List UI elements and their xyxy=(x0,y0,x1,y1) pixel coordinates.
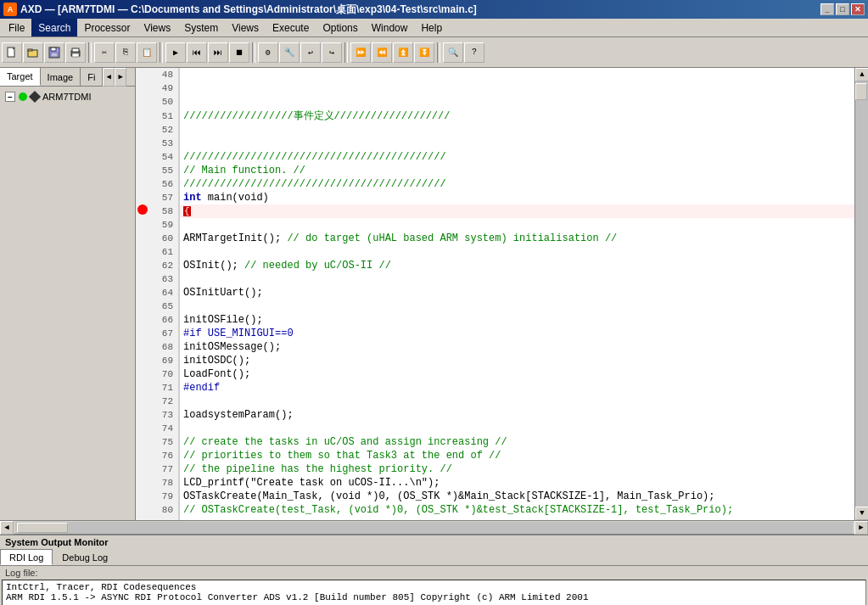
tb-btn-10[interactable]: ↪ xyxy=(322,42,342,63)
current-line-indicator: { xyxy=(183,206,191,216)
separator-2 xyxy=(160,42,163,63)
line-number: 50 xyxy=(149,95,179,109)
tb-save[interactable] xyxy=(44,42,64,63)
separator-5 xyxy=(437,42,440,63)
svg-rect-5 xyxy=(51,53,58,57)
table-row: 55 // Main function. // xyxy=(136,164,854,177)
line-number: 54 xyxy=(149,150,179,164)
menu-execute[interactable]: Execute xyxy=(266,19,316,36)
menu-file[interactable]: File xyxy=(2,19,31,36)
scroll-thumb[interactable] xyxy=(855,83,867,100)
table-row: 71 #endif xyxy=(136,381,854,395)
tb-btn-7[interactable]: ⚙ xyxy=(258,42,278,63)
tb-open[interactable] xyxy=(23,42,43,63)
code-line xyxy=(179,81,854,95)
tb-btn-8[interactable]: 🔧 xyxy=(279,42,300,63)
menu-bar: File Search Processor Views System Views… xyxy=(0,19,868,37)
code-line: initOSFile(); xyxy=(179,313,854,327)
line-number: 80 xyxy=(149,503,179,517)
tb-btn-12[interactable]: ⏪ xyxy=(372,42,392,63)
tab-image[interactable]: Image xyxy=(41,68,81,86)
tb-help[interactable]: ? xyxy=(464,42,484,63)
menu-views2[interactable]: Views xyxy=(225,19,266,36)
code-line: // priorities to them so that Task3 at t… xyxy=(179,449,854,462)
tab-rdi-log[interactable]: RDI Log xyxy=(0,549,53,565)
scroll-down-arrow[interactable]: ▼ xyxy=(855,507,868,520)
line-number: 48 xyxy=(149,68,179,81)
tb-btn-5[interactable]: ⏭ xyxy=(208,42,228,63)
code-line: // create the tasks in uC/OS and assign … xyxy=(179,435,854,449)
code-line: int main(void) xyxy=(179,191,854,204)
code-line: OSInit(); // needed by uC/OS-II // xyxy=(179,259,854,272)
code-line: initOSDC(); xyxy=(179,354,854,367)
hscroll-track[interactable] xyxy=(15,522,853,534)
scroll-right-arrow[interactable]: ▶ xyxy=(854,521,868,535)
scroll-track[interactable] xyxy=(855,81,868,507)
code-area: 48495051 //////////////////事件定义/////////… xyxy=(136,68,868,520)
line-number: 77 xyxy=(149,462,179,476)
tb-btn-3[interactable]: ▶ xyxy=(165,42,186,63)
vertical-scrollbar: ▲ ▼ xyxy=(854,68,868,520)
tb-btn-11[interactable]: ⏩ xyxy=(350,42,371,63)
tb-btn-6[interactable]: ⏹ xyxy=(229,42,249,63)
code-scroll[interactable]: 48495051 //////////////////事件定义/////////… xyxy=(136,68,854,520)
table-row: 61 xyxy=(136,245,854,259)
tree-node-arm7tdmi[interactable]: − ARM7TDMI xyxy=(3,90,132,104)
tb-btn-15[interactable]: 🔍 xyxy=(443,42,463,63)
horizontal-scrollbar: ◀ ▶ xyxy=(0,520,868,534)
close-button[interactable]: ✕ xyxy=(851,3,865,15)
table-row: 77 // the pipeline has the highest prior… xyxy=(136,462,854,476)
scroll-up-arrow[interactable]: ▲ xyxy=(855,68,868,81)
line-number: 59 xyxy=(149,218,179,232)
nav-left-arrow[interactable]: ◀ xyxy=(103,68,115,87)
line-marker xyxy=(136,503,149,517)
tb-copy[interactable]: ⎘ xyxy=(115,42,136,63)
menu-help[interactable]: Help xyxy=(414,19,449,36)
maximize-button[interactable]: □ xyxy=(836,3,849,15)
table-row: 53 xyxy=(136,137,854,150)
bottom-panel-title: System Output Monitor xyxy=(0,535,868,549)
line-number: 62 xyxy=(149,259,179,272)
tab-debug-log[interactable]: Debug Log xyxy=(53,549,117,565)
table-row: 58{ xyxy=(136,204,854,218)
window-title: AXD — [ARM7TDMI — C:\Documents and Setti… xyxy=(20,3,477,17)
tb-btn-14[interactable]: ⏬ xyxy=(414,42,434,63)
tb-print[interactable] xyxy=(65,42,86,63)
tb-paste[interactable]: 📋 xyxy=(137,42,157,63)
bottom-panel: System Output Monitor RDI Log Debug Log … xyxy=(0,534,868,605)
line-number: 66 xyxy=(149,313,179,327)
menu-processor[interactable]: Processor xyxy=(77,19,137,36)
menu-options[interactable]: Options xyxy=(316,19,364,36)
table-row: 76 // priorities to them so that Task3 a… xyxy=(136,449,854,462)
line-marker xyxy=(136,395,149,408)
code-line: { xyxy=(179,204,854,218)
tab-target[interactable]: Target xyxy=(0,68,41,86)
tree-expand-icon[interactable]: − xyxy=(5,92,15,102)
tb-cut[interactable]: ✂ xyxy=(94,42,115,63)
line-number: 78 xyxy=(149,476,179,490)
minimize-button[interactable]: _ xyxy=(820,3,834,15)
nav-right-arrow[interactable]: ▶ xyxy=(115,68,126,87)
table-row: 79 OSTaskCreate(Main_Task, (void *)0, (O… xyxy=(136,490,854,503)
line-marker xyxy=(136,245,149,259)
line-number: 68 xyxy=(149,340,179,354)
code-line xyxy=(179,68,854,81)
log-line: IntCtrl, Tracer, RDI Codesequences xyxy=(6,582,862,592)
tab-fi[interactable]: Fi xyxy=(81,68,103,86)
menu-system[interactable]: System xyxy=(177,19,225,36)
tb-btn-9[interactable]: ↩ xyxy=(300,42,321,63)
tb-btn-4[interactable]: ⏮ xyxy=(187,42,207,63)
tb-btn-13[interactable]: ⏫ xyxy=(393,42,413,63)
line-number: 65 xyxy=(149,300,179,313)
menu-search[interactable]: Search xyxy=(31,19,77,36)
tb-new[interactable] xyxy=(2,42,22,63)
log-content[interactable]: IntCtrl, Tracer, RDI CodesequencesARM RD… xyxy=(2,580,866,605)
menu-window[interactable]: Window xyxy=(365,19,415,36)
hscroll-thumb[interactable] xyxy=(17,523,68,533)
menu-views1[interactable]: Views xyxy=(137,19,177,36)
code-line: LoadFont(); xyxy=(179,367,854,381)
nav-arrows: ◀ ▶ xyxy=(103,68,126,86)
line-marker xyxy=(136,422,149,435)
line-number: 49 xyxy=(149,81,179,95)
scroll-left-arrow[interactable]: ◀ xyxy=(0,521,14,535)
